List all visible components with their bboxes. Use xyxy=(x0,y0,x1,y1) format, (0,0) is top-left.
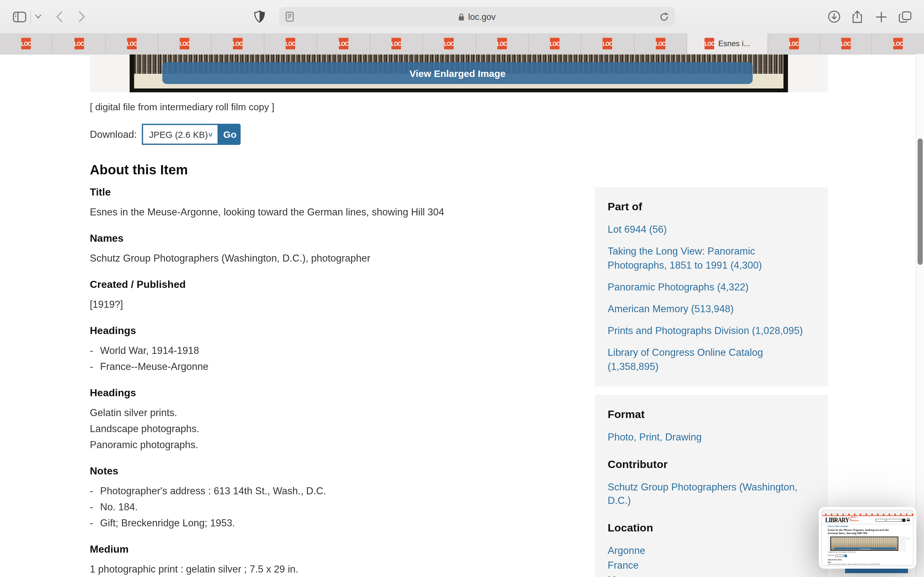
tab-loc-4[interactable]: LOC xyxy=(212,33,264,54)
loc-page: View Enlarged Image [ digital file from … xyxy=(90,55,828,577)
download-format-select[interactable]: JPEG (2.6 KB) ˅ xyxy=(142,124,219,145)
url-text: loc.gov xyxy=(294,12,660,21)
section-value: -World War, 1914-1918 xyxy=(90,342,565,358)
active-tab-title: Esnes i... xyxy=(718,39,750,48)
item-metadata-column: TitleEsnes in the Meuse-Argonne, looking… xyxy=(90,187,565,577)
section-heading: Headings xyxy=(90,388,565,398)
loc-favicon: LOC xyxy=(233,38,242,49)
loc-favicon: LOC xyxy=(603,38,612,49)
downloads-button[interactable] xyxy=(828,10,841,23)
browser-toolbar: loc.gov xyxy=(0,0,924,33)
tab-loc-3[interactable]: LOC xyxy=(158,33,212,54)
loc-favicon: LOC xyxy=(893,38,903,49)
about-section-medium: Medium1 photographic print : gelatin sil… xyxy=(90,544,565,577)
back-button[interactable] xyxy=(56,11,63,23)
view-enlarged-image-button[interactable]: View Enlarged Image xyxy=(162,62,753,84)
details-link[interactable]: Argonne xyxy=(607,544,815,557)
reader-view-icon[interactable] xyxy=(286,11,294,22)
scrollbar-thumb[interactable] xyxy=(918,139,923,265)
mini-search-input xyxy=(886,518,901,522)
digital-file-caption: [ digital file from intermediary roll fi… xyxy=(90,100,828,113)
details-link[interactable]: France xyxy=(607,558,815,572)
part-of-link[interactable]: Panoramic Photographs (4,322) xyxy=(607,280,815,294)
tab-loc-2[interactable]: LOC xyxy=(106,33,159,54)
mini-tab-strip xyxy=(822,514,913,516)
reload-button[interactable] xyxy=(660,12,669,21)
section-value-text: Gift; Breckenridge Long; 1953. xyxy=(100,515,235,531)
new-tab-button[interactable] xyxy=(876,11,887,22)
details-link[interactable]: Meuse xyxy=(607,573,815,577)
item-details-panel: FormatPhoto, Print, DrawingContributorSc… xyxy=(595,395,828,577)
tab-overview-button[interactable] xyxy=(898,11,912,23)
share-button[interactable] xyxy=(851,10,863,23)
mini-page: LIBRARY LIBRARY OF CONGRESS Share PHOTO,… xyxy=(822,510,913,566)
tab-loc-6[interactable]: LOC xyxy=(317,33,370,54)
select-chevron-down-icon: ˅ xyxy=(208,131,213,138)
section-value-text: Esnes in the Meuse-Argonne, looking towa… xyxy=(90,204,444,220)
details-link[interactable]: Photo, Print, Drawing xyxy=(607,430,815,444)
mini-caption: [ digital file from intermediary roll fi… xyxy=(828,552,910,554)
part-of-link[interactable]: Library of Congress Online Catalog (1,35… xyxy=(607,346,815,374)
tab-loc-0[interactable]: LOC xyxy=(0,33,53,54)
section-value: Schutz Group Photographers (Washington, … xyxy=(90,250,565,266)
sidebar-toggle-button[interactable] xyxy=(13,11,26,22)
tab-loc-5[interactable]: LOC xyxy=(264,33,317,54)
section-value-text: [1919?] xyxy=(90,296,123,312)
mini-viewer: View Enlarged Image xyxy=(828,536,906,552)
forward-button[interactable] xyxy=(78,11,86,23)
mini-share-link: Share xyxy=(906,538,910,539)
loc-favicon: LOC xyxy=(656,38,666,49)
section-value: 1 photographic print : gelatin silver ; … xyxy=(90,561,565,577)
mini-download-row: Download: xyxy=(828,554,910,557)
tab-loc-14[interactable]: LOC xyxy=(768,33,820,54)
section-value: -Photographer's address : 613 14th St., … xyxy=(90,483,565,499)
download-label: Download: xyxy=(90,129,137,140)
part-of-link[interactable]: Prints and Photographs Division (1,028,0… xyxy=(607,324,815,338)
list-dash: - xyxy=(90,358,100,374)
tab-loc-12[interactable]: LOC xyxy=(634,33,687,54)
mini-item-title: Esnes in the Meuse-Argonne, looking towa… xyxy=(828,528,900,535)
mini-menu-icon xyxy=(907,519,910,522)
tab-loc-16[interactable]: LOC xyxy=(872,33,924,54)
sidebar-chevron-down-icon[interactable] xyxy=(35,14,42,19)
about-section-headings: Headings-World War, 1914-1918-France--Me… xyxy=(90,326,565,374)
tab-loc-7[interactable]: LOC xyxy=(370,33,423,54)
section-value: -Gift; Breckenridge Long; 1953. xyxy=(90,515,565,531)
part-of-link[interactable]: American Memory (513,948) xyxy=(607,302,815,316)
selected-format: JPEG (2.6 KB) xyxy=(149,129,208,139)
list-dash: - xyxy=(90,499,100,515)
loc-favicon: LOC xyxy=(789,38,798,49)
about-section-headings: HeadingsGelatin silver prints.Landscape … xyxy=(90,388,565,453)
mini-loc-header: LIBRARY LIBRARY OF CONGRESS xyxy=(822,516,913,524)
details-heading: Location xyxy=(607,522,815,533)
loc-favicon: LOC xyxy=(286,38,295,49)
section-value-text: France--Meuse-Argonne xyxy=(100,358,208,374)
download-go-button[interactable]: Go xyxy=(219,124,241,145)
mini-search-bar xyxy=(875,518,905,522)
list-dash: - xyxy=(90,483,100,499)
tab-loc-11[interactable]: LOC xyxy=(582,33,635,54)
tab-loc-9[interactable]: LOC xyxy=(476,33,529,54)
section-value-text: Landscape photographs. xyxy=(90,421,199,437)
list-dash: - xyxy=(90,515,100,531)
privacy-shield-icon[interactable] xyxy=(254,10,266,23)
image-viewer: View Enlarged Image xyxy=(90,55,828,92)
item-sidebar-column: Part ofLot 6944 (56)Taking the Long View… xyxy=(595,187,828,577)
details-heading: Format xyxy=(607,409,815,420)
part-of-link[interactable]: Taking the Long View: Panoramic Photogra… xyxy=(607,244,815,272)
screenshot-preview-card[interactable]: LIBRARY LIBRARY OF CONGRESS Share PHOTO,… xyxy=(819,507,916,569)
tab-strip: LOCLOCLOCLOCLOCLOCLOCLOCLOCLOCLOCLOCLOCL… xyxy=(0,33,924,54)
mini-breadcrumb: PHOTO, PRINT, DRAWING xyxy=(828,526,910,528)
details-link[interactable]: Schutz Group Photographers (Washington, … xyxy=(607,480,815,507)
tab-loc-15[interactable]: LOC xyxy=(820,33,872,54)
item-columns: TitleEsnes in the Meuse-Argonne, looking… xyxy=(90,187,828,577)
scrollbar-track[interactable] xyxy=(916,54,924,577)
tab-active-esnes[interactable]: LOCEsnes i... xyxy=(687,33,768,54)
download-row: Download: JPEG (2.6 KB) ˅ Go xyxy=(90,124,828,145)
tab-loc-8[interactable]: LOC xyxy=(423,33,476,54)
section-value: [1919?] xyxy=(90,296,565,312)
part-of-link[interactable]: Lot 6944 (56) xyxy=(607,222,815,237)
tab-loc-10[interactable]: LOC xyxy=(529,33,582,54)
tab-loc-1[interactable]: LOC xyxy=(53,33,106,54)
address-bar[interactable]: loc.gov xyxy=(279,7,675,26)
